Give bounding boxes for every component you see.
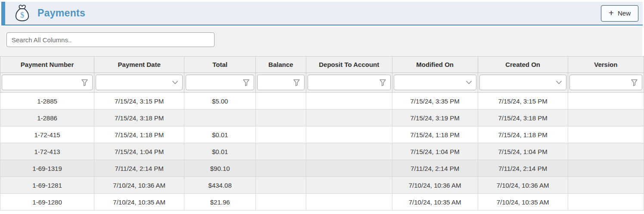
- column-header-created-on[interactable]: Created On: [478, 57, 568, 73]
- table-row[interactable]: 1-28857/15/24, 3:15 PM$5.007/15/24, 3:35…: [0, 93, 644, 110]
- funnel-icon[interactable]: [379, 79, 386, 86]
- cell-payment-number: 1-2886: [0, 110, 94, 126]
- cell-total: [184, 110, 256, 126]
- filter-input-created-on[interactable]: [483, 79, 554, 86]
- filter-modified-on: [394, 75, 476, 90]
- filter-input-payment-date[interactable]: [100, 79, 170, 86]
- column-header-row: Payment Number Payment Date Total Balanc…: [0, 57, 644, 73]
- new-button-label: New: [618, 9, 631, 17]
- search-panel: [0, 27, 642, 56]
- cell-payment-date: 7/15/24, 3:18 PM: [94, 110, 184, 126]
- column-header-version[interactable]: Version: [568, 57, 644, 73]
- filter-total: [186, 75, 254, 90]
- cell-deposit-to-account: [306, 143, 392, 160]
- table-row[interactable]: 1-72-4137/15/24, 1:04 PM$0.017/15/24, 1:…: [0, 143, 644, 160]
- cell-created-on: 7/15/24, 1:18 PM: [478, 126, 568, 143]
- new-button[interactable]: + New: [601, 5, 638, 22]
- svg-text:$: $: [20, 11, 24, 19]
- filter-version: [569, 75, 642, 90]
- filter-input-version[interactable]: [573, 79, 629, 86]
- chevron-down-icon[interactable]: [172, 80, 178, 85]
- funnel-icon[interactable]: [631, 79, 638, 86]
- cell-version: [568, 194, 644, 211]
- column-header-payment-date[interactable]: Payment Date: [94, 57, 184, 73]
- cell-version: [568, 126, 644, 143]
- funnel-icon[interactable]: [293, 79, 300, 86]
- cell-deposit-to-account: [306, 177, 392, 194]
- cell-deposit-to-account: [306, 126, 392, 143]
- column-header-deposit-to-account[interactable]: Deposit To Account: [306, 57, 392, 73]
- cell-deposit-to-account: [306, 194, 392, 211]
- page-header: $ Payments + New: [1, 2, 643, 25]
- table-row[interactable]: 1-69-12807/10/24, 10:35 AM$21.967/10/24,…: [0, 194, 644, 211]
- cell-balance: [256, 143, 306, 160]
- filter-deposit-to-account: [308, 75, 391, 90]
- filter-payment-date: [96, 75, 183, 90]
- filter-input-total[interactable]: [190, 79, 241, 86]
- filter-input-balance[interactable]: [261, 79, 291, 86]
- cell-total: $434.08: [184, 177, 256, 194]
- plus-icon: +: [609, 8, 614, 17]
- cell-payment-number: 1-72-413: [0, 143, 94, 160]
- cell-modified-on: 7/11/24, 2:14 PM: [392, 160, 478, 177]
- funnel-icon[interactable]: [243, 79, 250, 86]
- cell-total: $5.00: [184, 93, 256, 110]
- cell-total: $0.01: [184, 126, 256, 143]
- cell-payment-number: 1-2885: [0, 93, 94, 110]
- table-row[interactable]: 1-69-13197/11/24, 2:14 PM$90.107/11/24, …: [0, 160, 644, 177]
- cell-deposit-to-account: [306, 93, 392, 110]
- filter-input-deposit-to-account[interactable]: [311, 79, 377, 86]
- cell-balance: [256, 110, 306, 126]
- chevron-down-icon[interactable]: [556, 80, 562, 85]
- table-row[interactable]: 1-72-4157/15/24, 1:18 PM$0.017/15/24, 1:…: [0, 126, 644, 143]
- table-row[interactable]: 1-28867/15/24, 3:18 PM7/15/24, 3:19 PM7/…: [0, 110, 644, 126]
- cell-modified-on: 7/15/24, 3:35 PM: [392, 93, 478, 110]
- filter-created-on: [479, 75, 566, 90]
- column-header-modified-on[interactable]: Modified On: [392, 57, 478, 73]
- cell-balance: [256, 126, 306, 143]
- column-header-payment-number[interactable]: Payment Number: [0, 57, 94, 73]
- cell-payment-date: 7/10/24, 10:36 AM: [94, 177, 184, 194]
- cell-total: $21.96: [184, 194, 256, 211]
- search-input[interactable]: [6, 32, 215, 47]
- payments-grid: Payment Number Payment Date Total Balanc…: [0, 56, 644, 211]
- cell-modified-on: 7/15/24, 1:18 PM: [392, 126, 478, 143]
- cell-version: [568, 143, 644, 160]
- cell-payment-date: 7/10/24, 10:35 AM: [94, 194, 184, 211]
- cell-payment-number: 1-69-1281: [0, 177, 94, 194]
- cell-balance: [256, 93, 306, 110]
- cell-created-on: 7/15/24, 3:15 PM: [478, 93, 568, 110]
- filter-row: [0, 73, 644, 93]
- cell-created-on: 7/11/24, 2:14 PM: [478, 160, 568, 177]
- cell-payment-number: 1-69-1319: [0, 160, 94, 177]
- cell-modified-on: 7/15/24, 3:19 PM: [392, 110, 478, 126]
- cell-payment-date: 7/11/24, 2:14 PM: [94, 160, 184, 177]
- filter-input-modified-on[interactable]: [398, 79, 464, 86]
- cell-payment-date: 7/15/24, 1:04 PM: [94, 143, 184, 160]
- table-row[interactable]: 1-69-12817/10/24, 10:36 AM$434.087/10/24…: [0, 177, 644, 194]
- payments-table: Payment Number Payment Date Total Balanc…: [0, 56, 644, 211]
- funnel-icon[interactable]: [81, 79, 88, 86]
- cell-payment-number: 1-69-1280: [0, 194, 94, 211]
- cell-balance: [256, 177, 306, 194]
- cell-version: [568, 93, 644, 110]
- cell-version: [568, 110, 644, 126]
- cell-deposit-to-account: [306, 110, 392, 126]
- filter-input-payment-number[interactable]: [6, 79, 79, 86]
- cell-created-on: 7/15/24, 3:18 PM: [478, 110, 568, 126]
- money-bag-icon: $: [14, 4, 30, 22]
- cell-payment-date: 7/15/24, 3:15 PM: [94, 93, 184, 110]
- cell-version: [568, 160, 644, 177]
- filter-balance: [257, 75, 305, 90]
- cell-version: [568, 177, 644, 194]
- cell-modified-on: 7/10/24, 10:35 AM: [392, 194, 478, 211]
- cell-modified-on: 7/15/24, 1:04 PM: [392, 143, 478, 160]
- column-header-balance[interactable]: Balance: [256, 57, 306, 73]
- cell-total: $0.01: [184, 143, 256, 160]
- cell-created-on: 7/10/24, 10:36 AM: [478, 177, 568, 194]
- cell-modified-on: 7/10/24, 10:36 AM: [392, 177, 478, 194]
- cell-total: $90.10: [184, 160, 256, 177]
- chevron-down-icon[interactable]: [466, 80, 472, 85]
- column-header-total[interactable]: Total: [184, 57, 256, 73]
- cell-payment-number: 1-72-415: [0, 126, 94, 143]
